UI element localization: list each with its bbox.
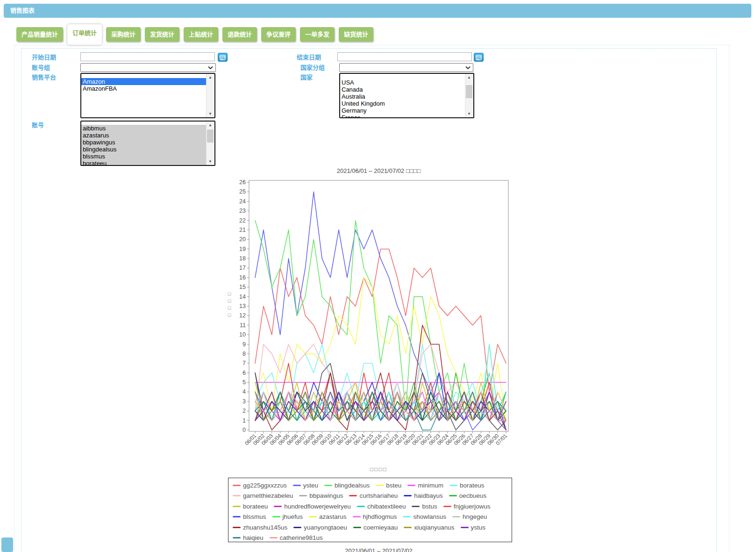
legend-line-swatch [274,506,282,507]
end-date-input[interactable] [337,52,472,61]
option-blssmus[interactable]: blssmus [81,153,207,160]
y-tick-label: 23 [239,208,246,214]
legend-item-catherine981us: catherine981us [270,533,323,542]
legend-series-name: jhuefus [283,513,303,520]
y-tick-label: 13 [239,303,246,309]
start-date-input[interactable] [80,52,215,61]
option-australia[interactable]: Australia [340,93,465,100]
y-tick-label: 10 [239,331,246,338]
account-listbox-scrollbar[interactable]: ▲▼ [206,122,214,165]
tab-refund[interactable]: 退款统计 [222,27,257,42]
tab-shipping[interactable]: 发货统计 [145,27,179,42]
option-azastarus[interactable]: azastarus [81,132,207,139]
scroll-up-icon[interactable]: ▲ [465,74,473,81]
y-tick-label: 1 [242,417,246,424]
legend-row: zhuanshu145usyuanyongtaoeucoernieyaauxiu… [233,523,507,533]
y-tick-label: 5 [242,379,246,386]
tab-multi-ship[interactable]: 一单多发 [300,27,335,42]
option-united-kingdom[interactable]: United Kingdom [340,100,465,107]
legend-series-name: blingdealsus [335,482,370,489]
legend-series-name: yuanyongtaoeu [304,524,347,531]
country-listbox[interactable]: USACanadaAustraliaUnited KingdomGermanyF… [339,73,474,118]
y-tick-label: 11 [240,322,246,329]
y-tick-label: 8 [242,351,246,357]
option-amazon[interactable]: Amazon [81,78,207,85]
y-tick-label: 15 [239,284,246,290]
option-amazonfba[interactable]: AmazonFBA [81,85,207,92]
option-france[interactable]: France [340,114,465,118]
scroll-up-icon[interactable]: ▲ [207,122,214,129]
legend-line-swatch [357,506,365,507]
y-tick-label: 24 [239,198,246,205]
tab-product-sales[interactable]: 产品销量统计 [16,27,63,42]
country-listbox-scrollbar[interactable]: ▲▼ [465,74,473,117]
legend-item-borateus: borateus [449,480,485,491]
legend-line-swatch [293,527,301,528]
option-bbpawingus[interactable]: bbpawingus [81,139,207,146]
tab-dispute[interactable]: 争议差评 [261,27,296,42]
tab-purchase[interactable]: 采购统计 [106,27,141,42]
y-tick-label: 22 [239,217,246,224]
legend-line-swatch [404,495,412,496]
scroll-down-icon[interactable]: ▼ [465,110,473,117]
legend-series-name: showlansus [413,513,446,520]
calendar-icon [476,55,482,60]
legend-series-name: ystus [471,524,486,531]
option-germany[interactable]: Germany [340,107,465,114]
option-usa[interactable]: USA [340,79,465,86]
legend-item-garnetthiezabeleu: garnetthiezabeleu [233,491,293,501]
start-date-calendar-button[interactable] [218,53,228,62]
option-canada[interactable]: Canada [340,86,465,93]
legend-item-jhuefus: jhuefus [272,512,303,522]
legend-item-minimum: minimum [407,480,443,491]
y-tick-label: 16 [239,274,246,281]
legend-item-yuanyongtaoeu: yuanyongtaoeu [293,523,347,533]
country-label: 国家 [300,73,313,82]
tab-orders[interactable]: 订单统计 [67,24,102,45]
account-listbox-options: aibbmusazastarusbbpawingusblingdealsusbl… [81,125,207,165]
scrollbar-thumb[interactable] [207,129,214,143]
country-group-select[interactable] [339,63,473,72]
legend-row: garnetthiezabeleubbpawinguscurtshariaheu… [233,491,507,501]
next-chart-title: 2021/06/01 – 2021/07/02 [249,547,508,552]
legend-row: blssmusjhuefusazastarushjhdfiogmusshowla… [233,512,507,522]
scrollbar-thumb[interactable] [466,85,472,98]
end-date-calendar-button[interactable] [474,53,484,62]
legend-line-swatch [233,506,241,507]
account-group-select[interactable] [80,63,216,72]
option-blingdealsus[interactable]: blingdealsus [81,146,207,153]
legend-line-swatch [443,506,451,507]
legend-series-name: borateus [460,482,485,489]
legend-series-name: hjhdfiogmus [363,513,397,520]
legend-line-swatch [293,485,301,486]
legend-series-name: oecbueus [459,492,487,499]
legend-item-haidbayus: haidbayus [404,491,443,501]
legend-line-swatch [272,516,280,517]
scroll-down-icon[interactable]: ▼ [207,110,214,117]
legend-line-swatch [299,495,307,496]
start-date-label: 开始日期 [32,53,56,62]
legend-series-name: haiqieu [243,534,264,541]
legend-item-hngegeu: hngegeu [452,512,487,522]
corner-widget[interactable] [1,538,13,552]
legend-line-swatch [233,485,241,486]
y-tick-label: 12 [239,312,246,319]
legend-series-name: garnetthiezabeleu [243,492,293,499]
legend-line-swatch [233,495,241,496]
tab-out-of-stock[interactable]: 缺货统计 [339,27,373,42]
option-aibbmus[interactable]: aibbmus [81,125,207,132]
tab-listing[interactable]: 上贴统计 [184,27,218,42]
scroll-down-icon[interactable]: ▼ [207,158,214,165]
legend-line-swatch [233,527,241,528]
y-tick-label: 0 [242,427,246,433]
legend-series-name: azastarus [319,513,347,520]
platform-listbox[interactable]: AmazonAmazonFBA▲▼ [80,73,215,118]
scroll-up-icon[interactable]: ▲ [207,74,214,81]
y-tick-label: 20 [239,236,246,243]
legend-item-borateeu: borateeu [233,502,268,512]
platform-listbox-scrollbar[interactable]: ▲▼ [206,74,214,117]
account-listbox[interactable]: aibbmusazastarusbbpawingusblingdealsusbl… [80,121,215,166]
option-borateeu[interactable]: borateeu [81,160,207,166]
platform-listbox-options: AmazonAmazonFBA [81,78,207,117]
legend-line-swatch [270,537,278,538]
